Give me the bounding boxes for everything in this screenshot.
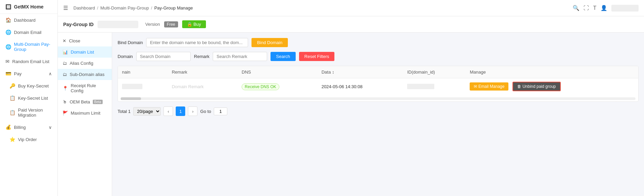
col-id: ID(domain_id) <box>403 66 466 78</box>
font-icon[interactable]: T <box>593 5 596 11</box>
pay-group-id <box>98 21 138 28</box>
reset-filters-button[interactable]: Reset Filters <box>299 52 335 61</box>
email-manage-button[interactable]: ✉ Email Manage <box>470 82 508 91</box>
prev-page-button[interactable]: ‹ <box>163 106 173 116</box>
bind-domain-input[interactable] <box>146 38 248 47</box>
header: ☰ Dashboard / Multi-Domain Pay-Group / P… <box>58 0 644 16</box>
bind-domain-button[interactable]: Bind Domain <box>251 38 288 47</box>
header-left: ☰ Dashboard / Multi-Domain Pay-Group / P… <box>63 5 193 11</box>
col-domain: nain <box>118 66 168 78</box>
version-label: Version <box>145 22 160 27</box>
max-limit-icon: 🚩 <box>63 111 68 116</box>
oem-icon: 🖱 <box>63 99 67 104</box>
remark-search-input[interactable] <box>213 52 267 61</box>
sidebar-item-vip-order[interactable]: ⭐ Vip Order <box>0 133 57 145</box>
dashboard-icon: 🏠 <box>5 17 11 23</box>
cell-dns: Receive DNS OK <box>238 78 317 95</box>
panel-item-oem[interactable]: 🖱 OEM Beta Beta <box>58 96 112 107</box>
sidebar-item-random-email[interactable]: ✉ Random Email List <box>0 55 57 67</box>
search-button[interactable]: Search <box>271 52 295 61</box>
sub-domain-alias-container: 🗂 Sub-Domain alias ← <box>58 69 112 80</box>
scroll-area <box>118 95 638 101</box>
domain-table: nain Remark DNS Data ↕ ID(domain_id) Man… <box>118 66 639 102</box>
cell-data: 2024-05-06 14:30:08 <box>317 78 403 95</box>
pay-group-bar: Pay-Group ID Version Free 🔒 Buy <box>58 16 644 33</box>
random-email-icon: ✉ <box>5 59 10 64</box>
avatar-icon[interactable]: 👤 <box>601 5 607 11</box>
sub-domain-icon: 🗂 <box>63 72 67 77</box>
total-count: Total 1 <box>118 109 130 114</box>
id-value <box>407 84 434 89</box>
chevron-down-icon: ∨ <box>49 125 52 130</box>
bind-domain-row: Bind Domain Bind Domain <box>118 38 639 47</box>
table-row: Domain Remark Receive DNS OK 2024-05-06 … <box>118 78 638 95</box>
panel-item-alias-config[interactable]: 🗂 Alias Config <box>58 58 112 69</box>
col-dns: DNS <box>238 66 317 78</box>
breadcrumb-current: Pay-Group Manage <box>154 5 193 11</box>
sidebar-logo[interactable]: 🔲 GetMX Home <box>0 0 57 14</box>
sidebar-item-multi-domain[interactable]: 🌐 Multi-Domain Pay-Group <box>0 38 57 55</box>
receipt-rule-icon: 📍 <box>63 86 68 91</box>
page-1-button[interactable]: 1 <box>176 106 185 116</box>
sidebar-item-paid-migration[interactable]: 📋 Paid Version Migration <box>0 104 57 121</box>
bind-domain-label: Bind Domain <box>118 40 143 45</box>
arrow-indicator-2: ↑ <box>614 99 618 102</box>
unbind-paid-group-button[interactable]: 🗑 Unbind paid group <box>512 82 560 91</box>
col-remark: Remark <box>168 66 238 78</box>
key-secret-icon: 🔑 <box>10 83 15 89</box>
remark-placeholder: Domain Remark <box>172 84 204 89</box>
sidebar-item-pay[interactable]: 💳 Pay ∧ <box>0 67 57 80</box>
scroll-bar[interactable] <box>121 97 636 100</box>
search-icon[interactable]: 🔍 <box>573 5 579 11</box>
scroll-thumb[interactable] <box>121 97 141 100</box>
beta-badge: Beta <box>93 100 103 104</box>
col-manage: Manage <box>466 66 638 78</box>
panel-item-sub-domain-alias[interactable]: 🗂 Sub-Domain alias <box>58 69 112 80</box>
sidebar-item-dashboard[interactable]: 🏠 Dashboard <box>0 14 57 26</box>
breadcrumb-multi-domain[interactable]: Multi-Domain Pay-Group <box>100 5 149 11</box>
next-page-button[interactable]: › <box>188 106 197 116</box>
domain-search-input[interactable] <box>136 52 191 61</box>
vip-icon: ⭐ <box>10 137 15 142</box>
pagination-row: Total 1 10/page20/page50/page ‹ 1 › Go t… <box>118 106 639 116</box>
close-icon: ✕ <box>63 38 66 43</box>
multi-domain-icon: 🌐 <box>5 44 11 50</box>
cell-domain <box>118 78 168 95</box>
pay-group-label: Pay-Group ID <box>63 22 93 27</box>
sidebar-item-key-secret-list[interactable]: 📋 Key-Secret List <box>0 92 57 104</box>
sidebar-item-buy-key-secret[interactable]: 🔑 Buy Key-Secret <box>0 80 57 92</box>
goto-input[interactable] <box>214 107 227 115</box>
panel-close-item[interactable]: ✕ Close <box>58 35 112 46</box>
pay-icon: 💳 <box>5 71 11 76</box>
buy-button[interactable]: 🔒 Buy <box>182 20 206 28</box>
unbind-highlight-box: 🗑 Unbind paid group <box>512 82 560 91</box>
per-page-select[interactable]: 10/page20/page50/page <box>133 107 161 116</box>
header-right: 🔍 ⛶ T 👤 <box>573 5 639 12</box>
menu-icon[interactable]: ☰ <box>63 5 68 11</box>
right-panel: Bind Domain Bind Domain Domain Remark Se… <box>112 33 644 196</box>
goto-label: Go to <box>200 109 211 114</box>
fullscreen-icon[interactable]: ⛶ <box>584 5 589 11</box>
panel-item-domain-list[interactable]: 📊 Domain List <box>58 46 112 58</box>
sidebar-item-billing[interactable]: 💰 Billing ∨ <box>0 121 57 133</box>
key-list-icon: 📋 <box>10 95 15 101</box>
col-data: Data ↕ <box>317 66 403 78</box>
logo-icon: 🔲 <box>5 4 11 9</box>
cell-remark: Domain Remark <box>168 78 238 95</box>
domain-list-icon: 📊 <box>63 50 68 55</box>
sidebar-item-domain-email[interactable]: 🌐 Domain Email <box>0 26 57 38</box>
dns-badge: Receive DNS OK <box>242 83 279 90</box>
panel-item-maximum-limit[interactable]: 🚩 Maximum Limit <box>58 107 112 119</box>
domain-filter-label: Domain <box>118 54 133 59</box>
alias-config-icon: 🗂 <box>63 61 67 66</box>
remark-filter-label: Remark <box>194 54 210 59</box>
domain-value <box>122 84 142 89</box>
panel-item-receipt-rule[interactable]: 📍 Receipt Rule Config <box>58 80 112 96</box>
breadcrumb-dashboard[interactable]: Dashboard <box>73 5 95 11</box>
chevron-up-icon: ∧ <box>49 71 52 76</box>
breadcrumb: Dashboard / Multi-Domain Pay-Group / Pay… <box>73 5 193 11</box>
free-badge: Free <box>164 21 178 27</box>
migration-icon: 📋 <box>10 110 15 115</box>
left-panel: ✕ Close 📊 Domain List 🗂 Alias Config 🗂 S… <box>58 33 112 196</box>
cell-manage: ✉ Email Manage 🗑 Unbind paid group ↑ <box>466 78 638 95</box>
